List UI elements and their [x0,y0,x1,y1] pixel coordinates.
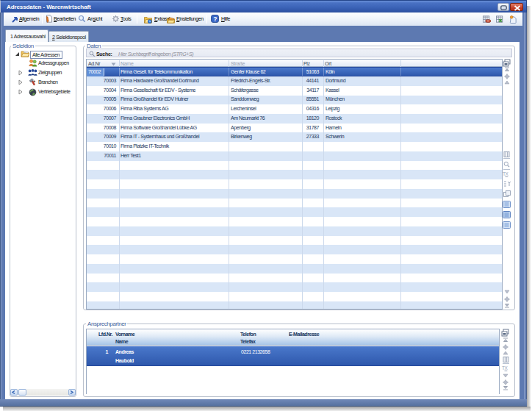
svg-text:?: ? [213,15,217,23]
